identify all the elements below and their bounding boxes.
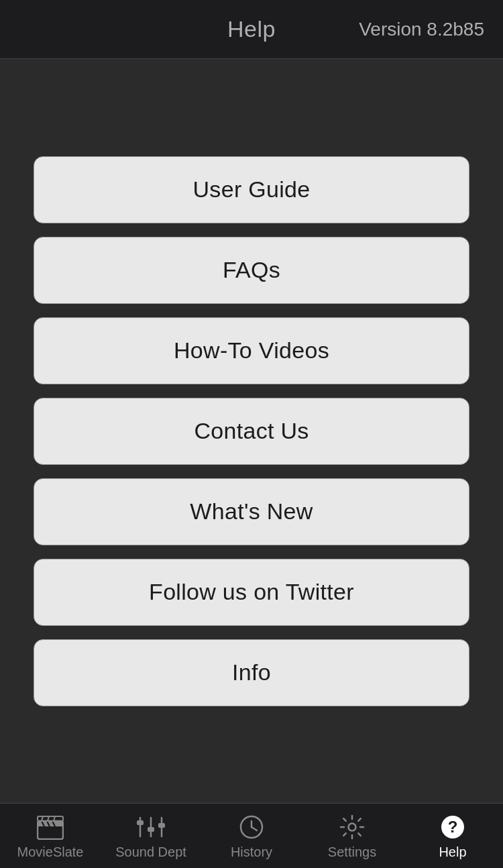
tab-sound-dept[interactable]: Sound Dept (101, 804, 201, 868)
page-title: Help (227, 16, 276, 42)
movieslate-icon (36, 812, 65, 842)
tab-history[interactable]: History (201, 804, 302, 868)
menu-button-follow-twitter[interactable]: Follow us on Twitter (34, 559, 469, 626)
settings-icon (337, 812, 367, 842)
tab-bar: MovieSlate Sound Dept History (0, 803, 503, 868)
tab-movieslate[interactable]: MovieSlate (0, 804, 101, 868)
tab-movieslate-label: MovieSlate (17, 845, 84, 860)
menu-button-contact-us[interactable]: Contact Us (34, 398, 469, 465)
tab-help-label: Help (439, 845, 466, 860)
tab-sound-dept-label: Sound Dept (115, 845, 186, 860)
svg-line-17 (252, 827, 257, 830)
svg-rect-12 (137, 820, 144, 825)
main-content: User GuideFAQsHow-To VideosContact UsWha… (0, 59, 503, 803)
tab-settings-label: Settings (328, 845, 376, 860)
tab-settings[interactable]: Settings (302, 804, 402, 868)
svg-text:?: ? (448, 818, 458, 836)
menu-button-user-guide[interactable]: User Guide (34, 156, 469, 223)
menu-button-how-to-videos[interactable]: How-To Videos (34, 317, 469, 384)
menu-button-label-whats-new: What's New (190, 498, 313, 525)
menu-button-whats-new[interactable]: What's New (34, 478, 469, 545)
menu-button-label-contact-us: Contact Us (194, 418, 309, 444)
menu-button-info[interactable]: Info (34, 639, 469, 706)
svg-rect-13 (148, 827, 154, 832)
version-label: Version 8.2b85 (359, 19, 484, 40)
help-icon: ? (438, 812, 467, 842)
menu-button-label-follow-twitter: Follow us on Twitter (149, 579, 354, 605)
svg-point-18 (349, 823, 356, 830)
menu-button-label-info: Info (232, 659, 271, 686)
menu-button-faqs[interactable]: FAQs (34, 237, 469, 304)
history-icon (237, 812, 266, 842)
menu-button-label-user-guide: User Guide (193, 176, 311, 203)
menu-button-label-faqs: FAQs (223, 257, 280, 283)
svg-rect-14 (158, 823, 165, 828)
menu-button-label-how-to-videos: How-To Videos (174, 337, 329, 364)
header: Help Version 8.2b85 (0, 0, 503, 59)
sound-dept-icon (136, 812, 166, 842)
tab-help[interactable]: ? Help (402, 804, 503, 868)
tab-history-label: History (231, 845, 272, 860)
